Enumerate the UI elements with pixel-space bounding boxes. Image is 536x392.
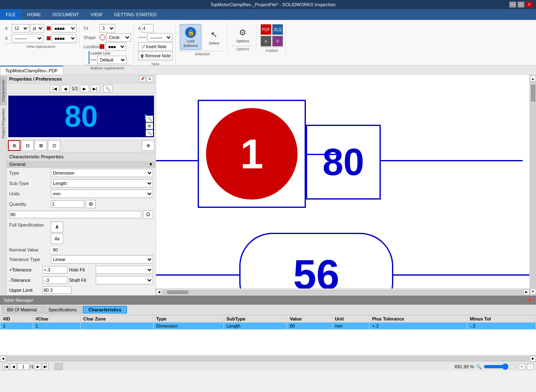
table-manager-pin[interactable]: 📌 <box>526 297 533 303</box>
balloon-square-1[interactable]: 1 <box>198 100 306 208</box>
h-scroll-track[interactable] <box>163 290 523 294</box>
scroll-up-button[interactable]: ▲ <box>530 76 536 81</box>
tab-specifications[interactable]: Specifications <box>43 306 82 313</box>
tab-bill-of-material[interactable]: Bill Of Material <box>2 306 42 313</box>
remove-note-button[interactable]: 🗑 Remove Note <box>138 52 173 60</box>
cell-zone <box>81 323 154 330</box>
zoom-slider[interactable] <box>484 363 517 370</box>
fit-select[interactable]: 3124 <box>99 24 115 32</box>
color-select-2[interactable]: ■■■■ <box>52 34 77 42</box>
quantity-settings-button[interactable]: ⚙ <box>86 200 96 208</box>
type-select[interactable]: DimensionNote <box>51 169 153 177</box>
zoom-area: 691.93 % 🔍 + - <box>455 363 534 370</box>
maximize-button[interactable]: □ <box>518 2 524 7</box>
table-row[interactable]: 1 1 Dimension Length 80 mm +.3 -.3 <box>0 323 536 330</box>
select-button[interactable]: ↖ Select <box>203 26 225 47</box>
font-a-icon: A <box>5 36 11 41</box>
options-label: Options <box>232 46 253 51</box>
menu-file[interactable]: FILE <box>0 9 21 20</box>
plus-tolerance-input[interactable] <box>42 266 67 274</box>
icon-btn-1[interactable]: ⊞ <box>8 140 20 151</box>
insert-note-button[interactable]: 📝 Insert Note <box>138 42 173 51</box>
table-scroll-left[interactable]: ◀ <box>0 356 6 362</box>
publish-btn3[interactable]: ≡ <box>261 36 271 47</box>
balloon-rounded-3[interactable]: 56 <box>239 233 393 288</box>
thumb-fit-button[interactable]: ⊞ <box>146 123 153 129</box>
icon-btn-5[interactable]: ⊕ <box>142 140 154 151</box>
menu-home[interactable]: HOME <box>21 9 47 20</box>
thumb-zoom-out-button[interactable]: 🔍 <box>146 130 153 136</box>
h-scroll-thumb[interactable] <box>167 291 188 294</box>
scroll-left-button[interactable]: ◀ <box>156 289 162 295</box>
units-select[interactable]: mmin <box>51 190 153 198</box>
publish-pdf-button[interactable]: PDF <box>261 24 271 35</box>
panel-close-button[interactable]: ✕ <box>146 76 153 82</box>
options-button[interactable]: ⚙ Options <box>232 24 253 45</box>
icon-btn-4[interactable]: ⊡ <box>48 140 60 151</box>
tab-characteristics[interactable]: Characteristics <box>83 306 127 313</box>
menu-view[interactable]: VIEW <box>85 9 108 20</box>
spec-value-input[interactable] <box>9 211 141 218</box>
full-spec-btn-aa[interactable]: Aa <box>51 233 63 244</box>
font-size-icon: A <box>5 26 11 31</box>
tolerance-type-select[interactable]: LinearGeometric <box>51 255 153 264</box>
table-scroll-track[interactable] <box>7 357 529 361</box>
upper-limit-input[interactable] <box>42 286 72 294</box>
note-align-select[interactable]: ——— <box>147 33 172 42</box>
minimize-button[interactable]: — <box>509 2 516 7</box>
scroll-right-button[interactable]: ▶ <box>524 289 529 295</box>
icon-btn-2[interactable]: ⊟ <box>21 140 34 151</box>
shape-select[interactable]: CircleSquareTriangle <box>106 33 131 42</box>
quantity-input[interactable] <box>51 200 84 208</box>
table-h-scrollbar[interactable]: ◀ ▶ <box>0 355 536 362</box>
h-line-right-2 <box>393 274 529 276</box>
status-page-input[interactable] <box>17 363 29 370</box>
nav-first-button[interactable]: |◀ <box>50 85 59 92</box>
publish-xls-button[interactable]: XLS <box>272 24 283 35</box>
document-tab[interactable]: TopMotorClampRev-.PDF <box>0 66 63 74</box>
scroll-down-button[interactable]: ▼ <box>530 288 536 294</box>
thumb-zoom-in-button[interactable]: 🔍 <box>146 116 153 122</box>
characteristics-table: #ID #Char Char Zone Type SubType Value U… <box>0 315 536 330</box>
zoom-in-button[interactable]: + <box>519 364 525 370</box>
v-scroll-track[interactable] <box>531 82 536 288</box>
font-unit-select[interactable]: pt <box>30 24 44 32</box>
nav-last-button[interactable]: ▶| <box>91 85 100 92</box>
spec-omega-button[interactable]: Ω <box>143 210 153 219</box>
zoom-out-button[interactable]: - <box>527 364 534 370</box>
menu-getting-started[interactable]: GETTING STARTED <box>108 9 162 20</box>
location-color-select[interactable]: ■■■ <box>105 42 126 51</box>
color-select-1[interactable]: ■■■■ <box>52 24 77 32</box>
hole-fit-select[interactable] <box>96 266 153 274</box>
shaft-fit-select[interactable] <box>96 276 153 284</box>
note-fontsize-input[interactable] <box>142 24 154 32</box>
v-scroll-thumb[interactable] <box>531 85 535 101</box>
table-scroll-right[interactable]: ▶ <box>530 356 536 362</box>
publish-btn4[interactable]: V <box>272 36 283 47</box>
nav-zoom-button[interactable]: 🔍 <box>103 85 112 92</box>
balloon-square-2[interactable]: 80 <box>306 125 381 200</box>
panel-pin-button[interactable]: 📌 <box>139 76 146 82</box>
status-prev-button[interactable]: ◀ <box>10 363 17 370</box>
close-button[interactable]: ✕ <box>526 2 533 7</box>
status-next-button[interactable]: ▶ <box>35 363 41 370</box>
status-first-button[interactable]: |◀ <box>2 363 9 370</box>
font-size-select[interactable]: 1281014 <box>12 24 29 32</box>
leader-style-select[interactable]: Default <box>97 56 127 64</box>
nav-next-button[interactable]: ▶ <box>80 85 89 92</box>
col-char: #Char <box>33 316 81 323</box>
subtype-select[interactable]: LengthDiameter <box>51 179 153 187</box>
icon-btn-3[interactable]: ⊠ <box>35 140 47 151</box>
characteristic-side-tab[interactable]: Characteristic <box>0 76 7 105</box>
project-properties-side-tab[interactable]: Project Properties <box>0 106 6 141</box>
line-style-select[interactable]: ——— <box>12 34 43 42</box>
lock-balloons-button[interactable]: 🔒 Lock Balloons <box>180 24 201 50</box>
nav-prev-button[interactable]: ◀ <box>61 85 70 92</box>
full-spec-btn-a[interactable]: A <box>51 222 63 232</box>
menu-document[interactable]: DOCUMENT <box>47 9 85 20</box>
status-last-button[interactable]: ▶| <box>42 363 49 370</box>
general-section-dropdown[interactable]: General ▼ <box>7 161 156 168</box>
minus-tolerance-input[interactable] <box>42 276 67 284</box>
v-scrollbar[interactable]: ▲ ▼ <box>529 75 536 295</box>
h-scrollbar[interactable]: ◀ ▶ <box>156 288 529 295</box>
